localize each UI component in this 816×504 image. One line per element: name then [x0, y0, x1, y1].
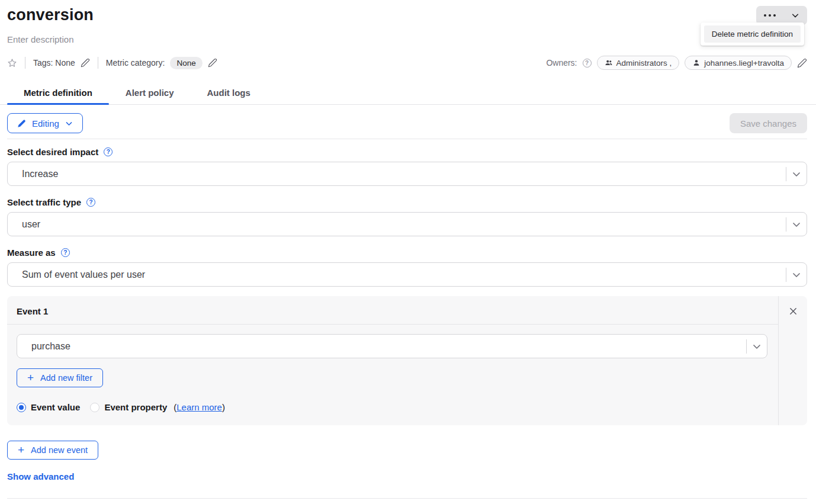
tabs-bar: Metric definition Alert policy Audit log… [0, 84, 816, 105]
pencil-icon [208, 58, 217, 68]
event-card-title: Event 1 [7, 296, 778, 324]
add-event-label: Add new event [31, 445, 88, 455]
edit-tags-button[interactable] [81, 58, 90, 68]
add-new-event-button[interactable]: + Add new event [7, 441, 98, 460]
owner-pill-label: Administrators , [616, 59, 672, 68]
owner-pill-label: johannes.liegl+travolta [704, 59, 784, 68]
chevron-down-icon [752, 342, 762, 351]
select-value: Increase [8, 169, 786, 179]
help-icon[interactable]: ? [61, 248, 70, 257]
description-placeholder[interactable]: Enter description [7, 34, 807, 44]
favorite-star-button[interactable] [7, 58, 17, 68]
metric-category-value: None [170, 57, 202, 69]
field-label: Measure as [7, 248, 56, 258]
chevron-down-icon [792, 169, 801, 179]
desired-impact-select[interactable]: Increase [7, 162, 807, 186]
page-title: conversion [7, 6, 94, 24]
pencil-icon [81, 58, 90, 68]
plus-icon: + [18, 444, 24, 455]
field-desired-impact: Select desired impact ? Increase [7, 147, 807, 186]
chevron-down-icon [791, 11, 799, 20]
event-property-radio[interactable] [90, 403, 99, 412]
field-traffic-type: Select traffic type ? user [7, 197, 807, 236]
plus-icon: + [27, 372, 34, 383]
add-new-filter-button[interactable]: + Add new filter [17, 368, 103, 387]
close-icon [789, 307, 798, 316]
select-value: user [8, 219, 786, 230]
save-changes-button[interactable]: Save changes [730, 113, 807, 133]
measure-as-select[interactable]: Sum of event values per user [7, 262, 807, 287]
field-measure-as: Measure as ? Sum of event values per use… [7, 248, 807, 287]
tab-alert-policy[interactable]: Alert policy [109, 84, 191, 104]
star-icon [7, 58, 17, 68]
help-icon[interactable]: ? [86, 198, 95, 207]
actions-dropdown-menu: Delete metric definition [701, 23, 804, 46]
tab-audit-logs[interactable]: Audit logs [191, 84, 267, 104]
pencil-icon [17, 119, 26, 128]
divider [25, 57, 25, 69]
divider [7, 139, 807, 139]
event-name-select[interactable]: purchase [17, 334, 767, 358]
divider [98, 57, 98, 69]
learn-more-link[interactable]: Learn more [176, 402, 222, 412]
show-advanced-link[interactable]: Show advanced [7, 471, 74, 481]
owners-label: Owners: [546, 58, 577, 68]
remove-event-button[interactable] [786, 304, 799, 317]
learn-more-suffix: ) [222, 402, 225, 412]
event-card-side [778, 296, 807, 425]
chevron-down-icon [792, 220, 801, 229]
field-label: Select traffic type [7, 197, 81, 207]
select-value: Sum of event values per user [8, 269, 786, 280]
edit-metric-category-button[interactable] [208, 58, 217, 68]
group-icon [605, 59, 613, 67]
editing-label: Editing [32, 118, 59, 129]
divider [7, 498, 807, 499]
person-icon [692, 59, 701, 67]
edit-owners-button[interactable] [797, 58, 807, 68]
menu-item-delete-metric-definition[interactable]: Delete metric definition [704, 25, 801, 43]
field-label: Select desired impact [7, 147, 98, 157]
chevron-down-icon [792, 270, 801, 280]
page-header: conversion Enter description Tags: None [0, 0, 816, 70]
select-value: purchase [17, 341, 746, 352]
owner-pill-administrators[interactable]: Administrators , [597, 56, 680, 70]
event-value-radio-label: Event value [31, 402, 80, 412]
event-property-radio-label: Event property [104, 402, 167, 412]
help-icon[interactable]: ? [104, 147, 113, 156]
tags-label: Tags: None [33, 58, 75, 68]
tab-metric-definition[interactable]: Metric definition [7, 84, 109, 104]
event-card: Event 1 purchase + Add new filter Event [7, 296, 807, 425]
ellipsis-icon [764, 14, 776, 17]
help-icon[interactable]: ? [583, 59, 592, 68]
traffic-type-select[interactable]: user [7, 212, 807, 236]
pencil-icon [797, 58, 807, 68]
event-value-radio[interactable] [17, 403, 26, 412]
chevron-down-icon [65, 120, 73, 127]
owner-pill-user[interactable]: johannes.liegl+travolta [685, 56, 792, 70]
metric-category-label: Metric category: [106, 58, 165, 68]
add-filter-label: Add new filter [40, 373, 92, 383]
editing-mode-button[interactable]: Editing [7, 113, 83, 133]
